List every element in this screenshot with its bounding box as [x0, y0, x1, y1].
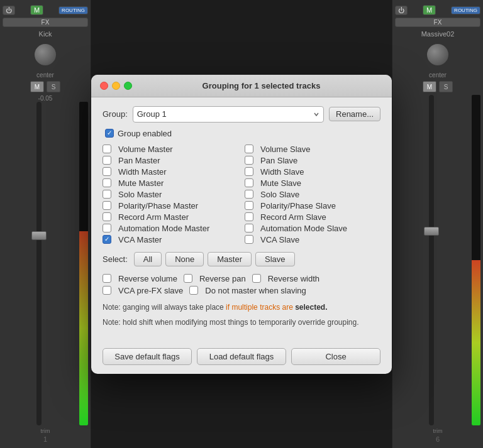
load-default-flags-button[interactable]: Load default flags: [197, 348, 286, 365]
reverse-pan-checkbox[interactable]: [184, 274, 192, 283]
fx-btn-left[interactable]: FX: [3, 18, 88, 27]
pan-knob-left[interactable]: [33, 43, 57, 67]
group-enabled-row: ✓ Group enabled: [103, 129, 380, 138]
volume-master-checkbox[interactable]: [103, 145, 111, 153]
group-row: Group: Group 1 Rename...: [103, 106, 380, 123]
vca-slave-checkbox[interactable]: [245, 235, 253, 244]
traffic-lights: [100, 82, 132, 90]
solo-slave-checkbox[interactable]: [245, 190, 253, 199]
select-master-button[interactable]: Master: [208, 252, 252, 266]
extra-reverse-pan: Reverse pan: [184, 274, 246, 283]
cb-row-solo-master: Solo Master: [103, 190, 238, 199]
power-btn-right[interactable]: ⏻: [395, 6, 408, 15]
fader-track-left[interactable]: [36, 102, 42, 425]
fader-area-left: [3, 102, 88, 425]
reverse-width-label: Reverse width: [268, 274, 319, 283]
fader-thumb-right[interactable]: [424, 227, 439, 236]
fader-thumb-left[interactable]: [31, 231, 47, 240]
group-enabled-checkbox[interactable]: ✓: [105, 129, 114, 138]
solo-btn-right[interactable]: S: [439, 81, 453, 92]
left-channel-strip: ⏻ M ROUTING FX Kick center M S -0.05 tri…: [0, 0, 91, 448]
vca-master-checkbox[interactable]: ✓: [103, 235, 111, 244]
pan-knob-right[interactable]: [426, 43, 450, 67]
cb-row-polarity-slave: Polarity/Phase Slave: [245, 201, 380, 210]
automation-slave-checkbox[interactable]: [245, 224, 253, 232]
close-traffic-light[interactable]: [100, 82, 108, 90]
db-display-left: -0.05: [38, 95, 53, 102]
mute-slave-checkbox[interactable]: [245, 178, 253, 187]
dialog-body: Group: Group 1 Rename... ✓ Group enabled: [91, 97, 392, 342]
modal-overlay: Grouping for 1 selected tracks Group: Gr…: [91, 0, 392, 448]
note1-highlight: if multiple tracks are: [226, 303, 293, 312]
record-arm-slave-checkbox[interactable]: [245, 212, 253, 221]
right-channel-strip: ⏻ M ROUTING FX Massive02 center M S trim…: [392, 0, 483, 448]
mute-btn-left[interactable]: M: [30, 81, 44, 92]
automation-master-label: Automation Mode Master: [118, 224, 209, 233]
cb-row-mute-master: Mute Master: [103, 178, 238, 188]
close-button[interactable]: Close: [291, 348, 380, 365]
fx-btn-right[interactable]: FX: [395, 18, 480, 27]
volume-slave-checkbox[interactable]: [245, 145, 253, 153]
cb-row-record-arm-slave: Record Arm Slave: [245, 212, 380, 222]
right-channel-name: Massive02: [421, 30, 455, 38]
group-select[interactable]: Group 1: [133, 106, 324, 123]
select-row: Select: All None Master Slave: [103, 252, 380, 266]
dialog-title: Grouping for 1 selected tracks: [140, 81, 383, 90]
do-not-master-checkbox[interactable]: [189, 286, 198, 295]
track-number-left: 1: [43, 435, 47, 443]
solo-btn-left[interactable]: S: [47, 81, 60, 92]
rename-button[interactable]: Rename...: [329, 107, 380, 121]
width-master-checkbox[interactable]: [103, 167, 111, 176]
vca-prefx-checkbox[interactable]: [103, 286, 111, 295]
group-label: Group:: [103, 109, 128, 119]
routing-btn-right[interactable]: ROUTING: [451, 6, 480, 14]
volume-slave-label: Volume Slave: [260, 145, 311, 154]
fader-track-right[interactable]: [429, 95, 434, 425]
vca-prefx-label: VCA pre-FX slave: [118, 286, 183, 295]
mute-master-checkbox[interactable]: [103, 178, 111, 187]
note1-bold: selected.: [295, 303, 327, 312]
meter-fill-left: [79, 231, 88, 425]
polarity-master-label: Polarity/Phase Master: [118, 201, 198, 210]
select-slave-button[interactable]: Slave: [255, 252, 295, 266]
select-all-button[interactable]: All: [134, 252, 162, 266]
extra-vca-prefx: VCA pre-FX slave: [103, 286, 183, 295]
pan-slave-checkbox[interactable]: [245, 156, 253, 165]
pan-knob-label-left: center: [36, 72, 54, 79]
mute-btn-right[interactable]: M: [423, 81, 436, 92]
save-default-flags-button[interactable]: Save default flags: [103, 348, 192, 365]
m-btn-left[interactable]: M: [30, 5, 43, 15]
track-number-right: 6: [436, 435, 440, 443]
pan-master-checkbox[interactable]: [103, 156, 111, 165]
solo-master-checkbox[interactable]: [103, 190, 111, 199]
width-master-label: Width Master: [118, 167, 167, 177]
extra-reverse-width: Reverse width: [252, 274, 319, 283]
automation-master-checkbox[interactable]: [103, 224, 111, 232]
routing-btn-left[interactable]: ROUTING: [58, 6, 88, 14]
pan-knob-label-right: center: [429, 72, 447, 79]
width-slave-checkbox[interactable]: [245, 167, 253, 176]
minimize-traffic-light[interactable]: [112, 82, 120, 90]
power-btn-left[interactable]: ⏻: [3, 6, 15, 15]
cb-row-pan-slave: Pan Slave: [245, 156, 380, 165]
reverse-volume-checkbox[interactable]: [103, 274, 111, 283]
m-btn-right[interactable]: M: [423, 5, 436, 15]
daw-background: ⏻ M ROUTING FX Kick center M S -0.05 tri…: [0, 0, 483, 448]
record-arm-master-checkbox[interactable]: [103, 212, 111, 221]
cb-row-automation-master: Automation Mode Master: [103, 224, 238, 233]
maximize-traffic-light[interactable]: [124, 82, 132, 90]
extra-reverse-volume: Reverse volume: [103, 274, 177, 283]
record-arm-slave-label: Record Arm Slave: [260, 212, 326, 222]
checkmark-icon: ✓: [107, 130, 112, 136]
record-arm-master-label: Record Arm Master: [118, 212, 189, 222]
dialog-footer: Save default flags Load default flags Cl…: [91, 342, 392, 374]
pan-slave-label: Pan Slave: [260, 156, 297, 165]
reverse-width-checkbox[interactable]: [252, 274, 261, 283]
cb-row-vca-master: ✓ VCA Master: [103, 235, 238, 244]
polarity-master-checkbox[interactable]: [103, 201, 111, 210]
meter-bar-left: [79, 102, 88, 425]
polarity-slave-checkbox[interactable]: [245, 201, 253, 210]
trim-label-right: trim: [433, 428, 443, 434]
select-label: Select:: [103, 254, 128, 264]
select-none-button[interactable]: None: [165, 252, 204, 266]
